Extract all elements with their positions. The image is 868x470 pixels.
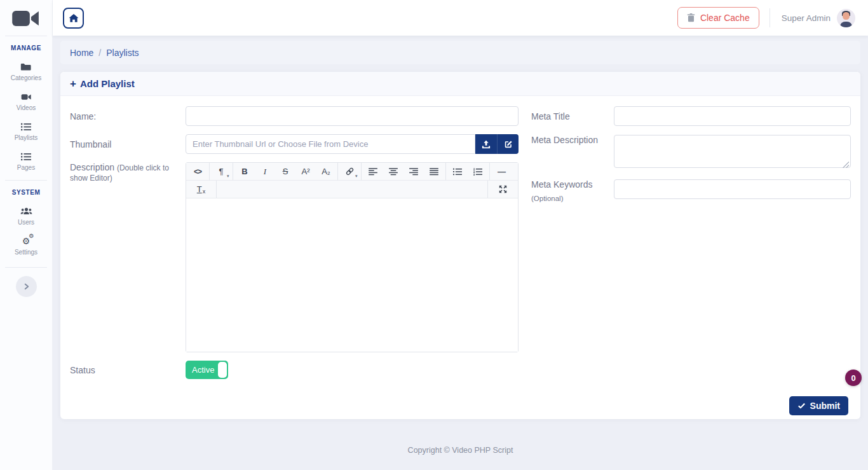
upload-thumbnail-button[interactable]: [475, 134, 497, 154]
name-row: Name:: [70, 106, 519, 126]
status-toggle-label: Active: [192, 365, 214, 375]
notification-badge[interactable]: 0: [845, 370, 862, 386]
remove-format-button[interactable]: Tx: [189, 181, 214, 198]
thumbnail-input-group: [186, 134, 519, 154]
formatting-button[interactable]: ¶▾: [213, 163, 230, 180]
sidebar-item-label: Users: [18, 219, 34, 226]
meta-title-row: Meta Title: [531, 106, 851, 126]
status-row: Status Active: [70, 361, 519, 379]
breadcrumb-home-link[interactable]: Home: [70, 48, 93, 58]
subscript-button[interactable]: A₂: [318, 163, 335, 180]
video-camera-logo-icon: [11, 7, 41, 30]
sidebar-item-label: Settings: [15, 249, 37, 256]
caret-down-icon: ▾: [355, 174, 358, 179]
meta-description-label: Meta Description: [531, 135, 614, 145]
ordered-list-icon: [473, 168, 482, 176]
sidebar-collapse-button[interactable]: [16, 276, 37, 297]
topbar: Clear Cache Super Admin: [53, 0, 868, 36]
align-right-button[interactable]: [405, 163, 423, 180]
clear-cache-label: Clear Cache: [700, 13, 750, 23]
plus-icon: +: [70, 78, 76, 90]
sidebar-section-system: SYSTEM: [12, 189, 41, 196]
toggle-knob: [218, 362, 227, 378]
content: Home / Playlists + Add Playlist Name:: [53, 36, 868, 470]
app-logo[interactable]: [11, 5, 41, 32]
superscript-button[interactable]: A²: [297, 163, 315, 180]
description-editor-content[interactable]: [186, 198, 518, 352]
caret-down-icon: ▾: [227, 174, 229, 179]
sidebar-divider: [5, 180, 47, 181]
description-label: Description (Double click to show Editor…: [70, 162, 186, 183]
meta-title-label: Meta Title: [531, 111, 614, 121]
meta-description-textarea[interactable]: [614, 135, 851, 168]
meta-title-input[interactable]: [614, 106, 851, 126]
user-name: Super Admin: [782, 13, 831, 23]
topbar-divider: [770, 8, 770, 27]
breadcrumb-separator: /: [98, 48, 101, 58]
name-input[interactable]: [186, 106, 519, 126]
sidebar-item-playlists[interactable]: Playlists: [15, 121, 38, 141]
avatar-shirt: [840, 22, 852, 27]
meta-keywords-label: Meta Keywords (Optional): [531, 179, 614, 202]
add-playlist-card: + Add Playlist Name: Thumbnail: [60, 72, 860, 419]
status-toggle[interactable]: Active: [186, 361, 228, 379]
thumbnail-label: Thumbnail: [70, 139, 186, 149]
meta-keywords-row: Meta Keywords (Optional): [531, 179, 851, 202]
breadcrumb-current: Playlists: [106, 48, 139, 58]
horizontal-rule-button[interactable]: —: [493, 163, 510, 180]
trash-icon: [687, 13, 695, 22]
description-editor: <> ¶▾ B I S A² A₂: [186, 162, 519, 352]
submit-row: Submit: [70, 387, 851, 427]
unordered-list-button[interactable]: [449, 163, 466, 180]
status-label: Status: [70, 365, 186, 375]
breadcrumb: Home / Playlists: [60, 41, 860, 64]
align-center-icon: [389, 168, 398, 176]
clear-cache-button[interactable]: Clear Cache: [677, 7, 759, 29]
italic-button[interactable]: I: [257, 163, 274, 180]
form-right-column: Meta Title Meta Description: [531, 106, 851, 387]
sidebar-item-label: Playlists: [15, 134, 38, 141]
thumbnail-url-input[interactable]: [186, 134, 475, 154]
unordered-list-icon: [453, 168, 462, 176]
align-left-button[interactable]: [365, 163, 382, 180]
sidebar-item-categories[interactable]: Categories: [11, 62, 41, 81]
list-icon: [21, 151, 31, 162]
sidebar-item-label: Pages: [17, 164, 35, 171]
sidebar-item-videos[interactable]: Videos: [17, 92, 36, 111]
submit-label: Submit: [810, 401, 840, 411]
sidebar-section-manage: MANAGE: [11, 45, 41, 52]
topbar-right: Clear Cache Super Admin: [677, 7, 855, 29]
bold-button[interactable]: B: [236, 163, 254, 180]
submit-button[interactable]: Submit: [789, 396, 848, 415]
align-left-icon: [369, 168, 377, 176]
description-row: Description (Double click to show Editor…: [70, 162, 519, 352]
sidebar-item-settings[interactable]: ⚙⚙ Settings: [15, 236, 37, 256]
video-camera-icon: [21, 92, 32, 102]
view-html-button[interactable]: <>: [189, 163, 207, 180]
sidebar-item-pages[interactable]: Pages: [17, 151, 35, 171]
justify-button[interactable]: [426, 163, 443, 180]
sidebar-item-label: Categories: [11, 74, 41, 81]
avatar[interactable]: [837, 9, 855, 27]
meta-description-row: Meta Description: [531, 135, 851, 170]
meta-keywords-input[interactable]: [614, 179, 851, 199]
sidebar-item-users[interactable]: Users: [18, 206, 34, 226]
home-button[interactable]: [63, 8, 84, 29]
list-icon: [21, 121, 31, 132]
edit-thumbnail-button[interactable]: [497, 134, 519, 154]
upload-icon: [482, 140, 491, 149]
thumbnail-row: Thumbnail: [70, 134, 519, 154]
sidebar-divider: [5, 36, 47, 36]
add-playlist-form: Name: Thumbnail: [60, 96, 860, 427]
form-left-column: Name: Thumbnail: [70, 106, 519, 387]
editor-toolbar-row-1: <> ¶▾ B I S A² A₂: [186, 163, 518, 181]
app-root: MANAGE Categories Videos Playlists Pages: [0, 0, 868, 470]
home-icon: [69, 13, 79, 23]
link-button[interactable]: ▾: [341, 163, 358, 180]
check-icon: [797, 403, 806, 410]
avatar-face: [843, 12, 850, 20]
strikethrough-button[interactable]: S: [277, 163, 294, 180]
align-center-button[interactable]: [385, 163, 402, 180]
fullscreen-button[interactable]: [491, 181, 515, 198]
ordered-list-button[interactable]: [470, 163, 487, 180]
